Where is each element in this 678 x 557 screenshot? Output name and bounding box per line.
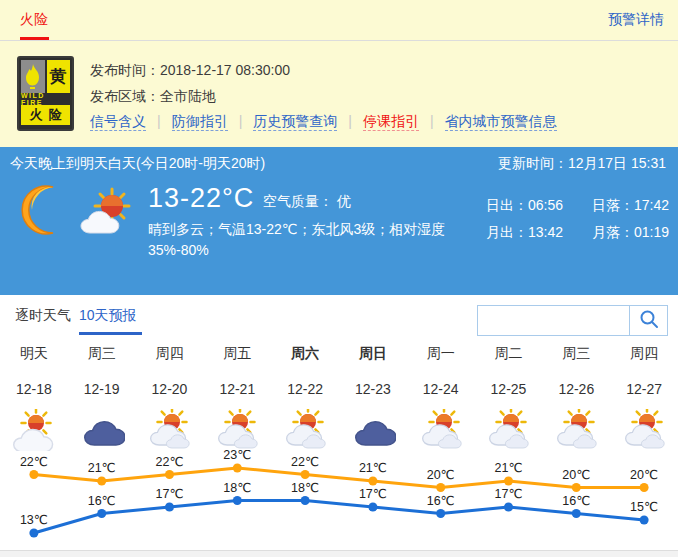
weather-widget: 火险 预警详情 黄 WILD FIRE 火险 发布时间：2018-12-17 0… [0, 0, 678, 557]
moon-icon [20, 183, 70, 241]
dark-cloud-icon [339, 409, 407, 451]
svg-text:23℃: 23℃ [223, 450, 251, 462]
publish-time-value: 2018-12-17 08:30:00 [160, 62, 290, 78]
svg-text:20℃: 20℃ [427, 468, 455, 482]
sun-two-clouds-icon [271, 409, 339, 451]
air-quality-row: 空气质量： 优 [263, 193, 351, 211]
badge-level-text: 黄 [47, 60, 71, 93]
tab-fire-risk-underline [20, 37, 49, 40]
svg-text:22℃: 22℃ [291, 455, 319, 469]
svg-text:15℃: 15℃ [630, 500, 658, 514]
date-label: 12-20 [136, 381, 204, 401]
link-separator: | [348, 113, 352, 129]
alert-links: 信号含义|防御指引|历史预警查询|停课指引|省内城市预警信息 [90, 113, 557, 131]
date-label: 12-25 [475, 381, 543, 401]
badge-type-text: 火险 [21, 105, 70, 125]
svg-text:22℃: 22℃ [20, 455, 48, 469]
forecast-column-12-21[interactable]: 周五12-21 [203, 345, 271, 451]
svg-text:17℃: 17℃ [359, 487, 387, 501]
forecast-column-12-19[interactable]: 周三12-19 [68, 345, 136, 451]
link-separator: | [157, 113, 161, 129]
publish-region-label: 发布区域： [90, 88, 160, 104]
day-label: 周日 [339, 345, 407, 365]
svg-text:17℃: 17℃ [156, 487, 184, 501]
link-separator: | [239, 113, 243, 129]
forecast-column-12-18[interactable]: 明天12-18 [0, 345, 68, 451]
date-label: 12-23 [339, 381, 407, 401]
sun-two-clouds-icon [203, 409, 271, 451]
current-conditions-panel: 今天晚上到明天白天(今日20时-明天20时) 更新时间：12月17日 15:31 [0, 147, 678, 295]
forecast-section: 逐时天气 10天预报 明天12-18周三12-19周四12-20周五12-21周… [0, 295, 678, 550]
date-label: 12-22 [271, 381, 339, 401]
day-label: 周三 [68, 345, 136, 365]
bottom-divider-bar [0, 550, 678, 557]
svg-text:16℃: 16℃ [562, 494, 590, 508]
date-label: 12-19 [68, 381, 136, 401]
day-label: 明天 [0, 345, 68, 365]
forecast-column-12-27[interactable]: 周四12-27 [610, 345, 678, 451]
svg-text:16℃: 16℃ [427, 494, 455, 508]
svg-text:21℃: 21℃ [88, 461, 116, 475]
link-separator: | [430, 113, 434, 129]
date-label: 12-27 [610, 381, 678, 401]
date-label: 12-21 [203, 381, 271, 401]
sun-two-clouds-icon [542, 409, 610, 451]
svg-text:17℃: 17℃ [495, 487, 523, 501]
sun-two-clouds-icon [475, 409, 543, 451]
day-label: 周六 [271, 345, 339, 365]
day-label: 周二 [475, 345, 543, 365]
publish-region-value: 全市陆地 [160, 88, 216, 104]
tab-fire-risk[interactable]: 火险 [20, 11, 48, 29]
search-input[interactable] [477, 305, 629, 336]
forecast-column-12-22[interactable]: 周六12-22 [271, 345, 339, 451]
temperature-range: 13-22°C [148, 183, 254, 214]
update-time-row: 更新时间：12月17日 15:31 [498, 155, 666, 173]
date-label: 12-18 [0, 381, 68, 401]
publish-time-label: 发布时间： [90, 62, 160, 78]
sun-two-clouds-icon [136, 409, 204, 451]
warning-details-link[interactable]: 预警详情 [608, 11, 664, 29]
fire-warning-badge: 黄 WILD FIRE 火险 [17, 56, 74, 131]
day-label: 周四 [136, 345, 204, 365]
forecast-column-12-24[interactable]: 周一12-24 [407, 345, 475, 451]
forecast-column-12-20[interactable]: 周四12-20 [136, 345, 204, 451]
search-button[interactable] [629, 305, 668, 336]
sun-moon-item: 日出：06:56 [486, 197, 592, 224]
svg-text:22℃: 22℃ [156, 455, 184, 469]
tab-hourly-weather[interactable]: 逐时天气 [15, 307, 71, 325]
alert-link-0[interactable]: 信号含义 [90, 113, 146, 131]
partly-cloudy-icon [76, 187, 140, 241]
sun-moon-times: 日出：06:56月出：13:42日落：17:42月落：01:19 [486, 197, 678, 251]
temperature-chart: 22℃21℃22℃23℃22℃21℃20℃21℃20℃20℃13℃16℃17℃1… [0, 450, 678, 550]
date-label: 12-26 [542, 381, 610, 401]
sun-moon-item: 日落：17:42 [592, 197, 678, 224]
sun-two-clouds-icon [407, 409, 475, 451]
svg-text:20℃: 20℃ [630, 468, 658, 482]
weather-description: 晴到多云；气温13-22℃；东北风3级；相对湿度35%-80% [148, 219, 474, 261]
sun-two-clouds-icon [610, 409, 678, 451]
svg-text:21℃: 21℃ [359, 461, 387, 475]
sun-one-cloud-icon [0, 409, 68, 451]
forecast-column-12-26[interactable]: 周三12-26 [542, 345, 610, 451]
publish-region-row: 发布区域：全市陆地 [90, 88, 216, 106]
alert-link-3[interactable]: 停课指引 [363, 113, 419, 131]
svg-text:18℃: 18℃ [223, 481, 251, 495]
badge-english-text: WILD FIRE [21, 93, 70, 105]
day-label: 周四 [610, 345, 678, 365]
forecast-column-12-25[interactable]: 周二12-25 [475, 345, 543, 451]
day-label: 周五 [203, 345, 271, 365]
forecast-column-12-23[interactable]: 周日12-23 [339, 345, 407, 451]
publish-time-row: 发布时间：2018-12-17 08:30:00 [90, 62, 290, 80]
sun-moon-item: 月出：13:42 [486, 224, 592, 251]
alert-link-4[interactable]: 省内城市预警信息 [445, 113, 557, 131]
alert-link-2[interactable]: 历史预警查询 [253, 113, 337, 131]
air-quality-value: 优 [337, 193, 351, 209]
sun-moon-item: 月落：01:19 [592, 224, 678, 251]
svg-text:21℃: 21℃ [495, 461, 523, 475]
air-quality-label: 空气质量： [263, 193, 333, 209]
alert-link-1[interactable]: 防御指引 [172, 113, 228, 131]
tab-ten-day-forecast[interactable]: 10天预报 [79, 307, 137, 325]
day-label: 周三 [542, 345, 610, 365]
search-icon [639, 309, 659, 332]
flame-icon [21, 60, 45, 93]
